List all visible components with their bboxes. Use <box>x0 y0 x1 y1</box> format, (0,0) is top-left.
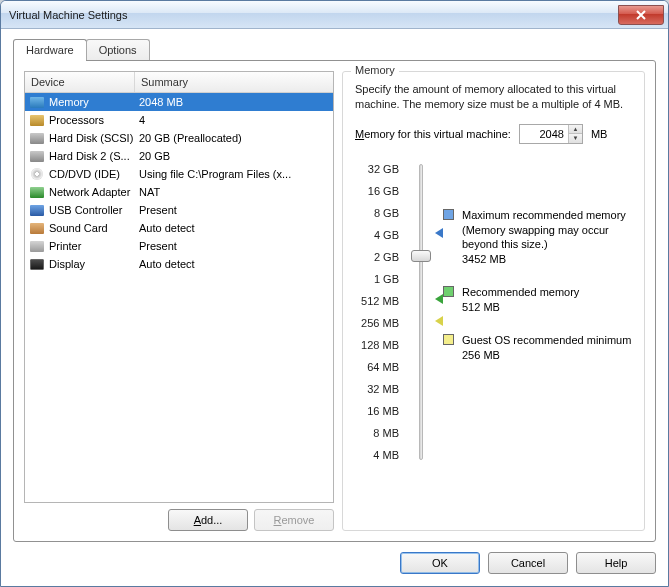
device-row-memory[interactable]: Memory2048 MB <box>25 93 333 111</box>
device-row-sound-card[interactable]: Sound CardAuto detect <box>25 219 333 237</box>
device-list[interactable]: Device Summary Memory2048 MBProcessors4H… <box>24 71 334 503</box>
device-row-usb-controller[interactable]: USB ControllerPresent <box>25 201 333 219</box>
device-summary: 2048 MB <box>139 96 329 108</box>
rec-label: Recommended memory <box>462 285 579 300</box>
device-row-hard-disk-2-s-[interactable]: Hard Disk 2 (S...20 GB <box>25 147 333 165</box>
tab-options[interactable]: Options <box>86 39 150 60</box>
tick-label: 16 MB <box>355 400 399 422</box>
help-button[interactable]: Help <box>576 552 656 574</box>
memory-description: Specify the amount of memory allocated t… <box>355 82 634 112</box>
max-rec-label: Maximum recommended memory <box>462 208 634 223</box>
device-name: USB Controller <box>49 204 139 216</box>
group-legend: Memory <box>351 64 399 76</box>
device-summary: 20 GB (Preallocated) <box>139 132 329 144</box>
memory-icon <box>29 95 45 109</box>
device-row-hard-disk-scsi-[interactable]: Hard Disk (SCSI)20 GB (Preallocated) <box>25 129 333 147</box>
tick-label: 16 GB <box>355 180 399 202</box>
device-list-header: Device Summary <box>25 72 333 93</box>
spin-up-button[interactable]: ▲ <box>569 125 582 134</box>
close-icon <box>635 10 647 20</box>
cancel-button[interactable]: Cancel <box>488 552 568 574</box>
ok-button[interactable]: OK <box>400 552 480 574</box>
device-summary: 20 GB <box>139 150 329 162</box>
slider-thumb[interactable] <box>411 250 431 262</box>
device-summary: Auto detect <box>139 222 329 234</box>
swatch-green-icon <box>443 286 454 297</box>
network-icon <box>29 185 45 199</box>
window-title: Virtual Machine Settings <box>9 9 618 21</box>
tab-strip: Hardware Options <box>13 39 656 60</box>
device-name: Network Adapter <box>49 186 139 198</box>
cpu-icon <box>29 113 45 127</box>
device-row-printer[interactable]: PrinterPresent <box>25 237 333 255</box>
spin-down-button[interactable]: ▼ <box>569 134 582 143</box>
tab-hardware[interactable]: Hardware <box>13 39 87 61</box>
settings-dialog: Virtual Machine Settings Hardware Option… <box>0 0 669 587</box>
marker-minimum-icon <box>435 316 443 326</box>
col-device[interactable]: Device <box>25 72 135 92</box>
device-name: Hard Disk 2 (S... <box>49 150 139 162</box>
device-summary: NAT <box>139 186 329 198</box>
tick-label: 2 GB <box>355 246 399 268</box>
col-summary[interactable]: Summary <box>135 72 333 92</box>
tick-label: 4 MB <box>355 444 399 466</box>
memory-group: Memory Specify the amount of memory allo… <box>342 71 645 531</box>
memory-field-label: Memory for this virtual machine: <box>355 128 511 140</box>
remove-button: Remove <box>254 509 334 531</box>
swatch-yellow-icon <box>443 334 454 345</box>
tick-label: 8 MB <box>355 422 399 444</box>
usb-icon <box>29 203 45 217</box>
device-name: Printer <box>49 240 139 252</box>
device-name: CD/DVD (IDE) <box>49 168 139 180</box>
dialog-footer: OK Cancel Help <box>13 542 656 574</box>
tick-label: 8 GB <box>355 202 399 224</box>
sound-icon <box>29 221 45 235</box>
add-button[interactable]: Add... <box>168 509 248 531</box>
memory-unit: MB <box>591 128 608 140</box>
tick-label: 128 MB <box>355 334 399 356</box>
cd-icon <box>29 167 45 181</box>
device-name: Display <box>49 258 139 270</box>
swatch-blue-icon <box>443 209 454 220</box>
memory-input[interactable] <box>520 125 568 143</box>
tab-panel-hardware: Device Summary Memory2048 MBProcessors4H… <box>13 60 656 542</box>
display-icon <box>29 257 45 271</box>
memory-slider[interactable] <box>409 158 433 466</box>
tick-label: 32 GB <box>355 158 399 180</box>
device-summary: 4 <box>139 114 329 126</box>
max-rec-value: 3452 MB <box>462 252 634 267</box>
window-close-button[interactable] <box>618 5 664 25</box>
device-row-cd-dvd-ide-[interactable]: CD/DVD (IDE)Using file C:\Program Files … <box>25 165 333 183</box>
hdd-icon <box>29 149 45 163</box>
device-row-processors[interactable]: Processors4 <box>25 111 333 129</box>
device-name: Hard Disk (SCSI) <box>49 132 139 144</box>
marker-recommended-icon <box>435 294 443 304</box>
tick-label: 4 GB <box>355 224 399 246</box>
device-name: Processors <box>49 114 139 126</box>
memory-spinner[interactable]: ▲ ▼ <box>519 124 583 144</box>
hdd-icon <box>29 131 45 145</box>
tick-label: 64 MB <box>355 356 399 378</box>
device-summary: Present <box>139 240 329 252</box>
tick-label: 32 MB <box>355 378 399 400</box>
slider-tick-labels: 32 GB16 GB8 GB4 GB2 GB1 GB512 MB256 MB12… <box>355 158 399 466</box>
device-summary: Using file C:\Program Files (x... <box>139 168 329 180</box>
titlebar: Virtual Machine Settings <box>1 1 668 29</box>
marker-max-recommended-icon <box>435 228 443 238</box>
device-name: Sound Card <box>49 222 139 234</box>
device-row-network-adapter[interactable]: Network AdapterNAT <box>25 183 333 201</box>
max-rec-note: (Memory swapping may occur beyond this s… <box>462 223 634 253</box>
slider-rail <box>419 164 423 460</box>
min-value: 256 MB <box>462 348 631 363</box>
tick-label: 512 MB <box>355 290 399 312</box>
device-name: Memory <box>49 96 139 108</box>
tick-label: 256 MB <box>355 312 399 334</box>
device-row-display[interactable]: DisplayAuto detect <box>25 255 333 273</box>
slider-legend: Maximum recommended memory (Memory swapp… <box>443 158 634 466</box>
tick-label: 1 GB <box>355 268 399 290</box>
device-summary: Present <box>139 204 329 216</box>
printer-icon <box>29 239 45 253</box>
min-label: Guest OS recommended minimum <box>462 333 631 348</box>
device-summary: Auto detect <box>139 258 329 270</box>
rec-value: 512 MB <box>462 300 579 315</box>
